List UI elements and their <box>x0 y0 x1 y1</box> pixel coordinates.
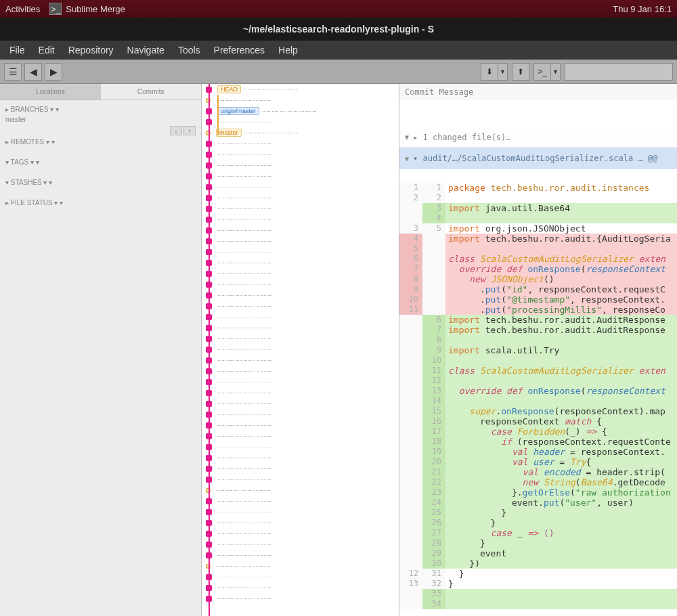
activities-label[interactable]: Activities <box>5 4 40 14</box>
commit-row[interactable]: ·· ··· ····· ··· · ··· ··· · ·· ···· ··· <box>202 171 399 181</box>
commit-row[interactable]: ·· ··· ····· ··· · ··· ··· · ·· ···· ··· <box>202 582 399 593</box>
diff-hunk-header[interactable]: ▼ ▾ audit/…/ScalaCustomAuditLogSerialize… <box>399 148 677 169</box>
menu-preferences[interactable]: Preferences <box>207 42 271 58</box>
menu-file[interactable]: File <box>3 42 32 58</box>
commit-row[interactable]: origin/master·· ··· ····· ··· · ··· ··· … <box>202 106 399 116</box>
commit-row[interactable]: ·· ··· ····· ··· · ··· ··· · ·· ···· ··· <box>202 420 399 431</box>
pull-button[interactable]: ⬇ ▼ <box>481 63 508 81</box>
code-line[interactable]: 5 <box>399 244 677 254</box>
commit-row[interactable]: ·· ··· ····· ··· · ··· ··· · ·· ···· ··· <box>202 387 399 398</box>
push-button[interactable]: ⬆ <box>512 63 529 81</box>
commit-row[interactable]: ·· ··· ····· ··· · ··· ··· · ·· ···· ··· <box>202 268 399 279</box>
commit-row[interactable]: ·· ··· ····· ··· · ··· ··· · ·· ···· ··· <box>202 192 399 203</box>
code-line[interactable]: 10 .put("@timestamp", responseContext. <box>399 294 677 305</box>
code-line[interactable]: 8 new JSONObject() <box>399 274 677 284</box>
sidebar-next-icon[interactable]: ↑ <box>183 126 196 135</box>
app-icon[interactable]: >_ <box>49 3 62 15</box>
code-line[interactable]: 21 val encoded = header.strip( <box>399 467 677 477</box>
code-line[interactable]: 12 <box>399 376 677 386</box>
commit-row[interactable]: ·· ··· ····· ··· · ··· ··· · ·· ···· ··· <box>202 333 399 344</box>
code-line[interactable]: 17 case Forbidden(_) => { <box>399 426 677 437</box>
commit-row[interactable]: ·· ··· ····· ··· · ··· ··· · ·· ···· ··· <box>202 301 399 311</box>
code-line[interactable]: 13 override def onResponse(responseConte… <box>399 386 677 396</box>
code-line[interactable]: 27 case _ => () <box>399 528 677 538</box>
sidebar-toggle-button[interactable]: ☰ <box>4 63 22 81</box>
sidebar-tags[interactable]: ▾ TAGS ▾ ▾ <box>3 157 198 167</box>
sidebar-stashes[interactable]: ▾ STASHES ▾ ▾ <box>3 177 198 188</box>
code-line[interactable]: 7import tech.beshu.ror.audit.AuditRespon… <box>399 325 677 335</box>
code-line[interactable]: 14 <box>399 396 677 406</box>
code-area[interactable]: 11package tech.beshu.ror.audit.instances… <box>399 183 677 609</box>
sidebar-tab-locations[interactable]: Locations <box>0 84 101 100</box>
code-line[interactable]: 7 override def onResponse(responseContex… <box>399 264 677 274</box>
commit-row[interactable]: ·· ··· ····· ··· · ··· ··· · ·· ···· ··· <box>202 160 399 171</box>
menu-tools[interactable]: Tools <box>171 42 207 58</box>
commit-row[interactable]: ·· ··· ····· ··· · ··· ··· · ·· ···· ··· <box>202 528 399 539</box>
code-line[interactable]: 1231 } <box>399 569 677 579</box>
code-line[interactable]: 19 val header = responseContext. <box>399 447 677 457</box>
commit-row[interactable]: ·· ··· ····· ··· · ··· ··· · ·· ···· ··· <box>202 463 399 474</box>
commit-row[interactable]: HEAD·· ··· ····· ··· · ··· ··· · ·· ····… <box>202 84 399 95</box>
sidebar-branch-master[interactable]: master <box>3 114 198 125</box>
commit-row[interactable]: ·· ··· ····· ··· · ··· ··· · ·· ···· ··· <box>202 290 399 301</box>
code-line[interactable]: 25 } <box>399 508 677 518</box>
nav-back-button[interactable]: ◀ <box>24 63 42 81</box>
code-line[interactable]: 6import tech.beshu.ror.audit.AuditRespon… <box>399 315 677 325</box>
code-line[interactable]: 1332} <box>399 579 677 589</box>
code-line[interactable]: 11 .put("processingMillis", responseCo <box>399 305 677 315</box>
search-input[interactable] <box>565 63 673 81</box>
commit-row[interactable]: ·· ··· ····· ··· · ··· ··· · ·· ···· ··· <box>202 322 399 333</box>
nav-forward-button[interactable]: ▶ <box>45 63 62 81</box>
commit-row[interactable]: ·· ··· ····· ··· · ··· ··· · ·· ···· ··· <box>202 571 399 582</box>
commit-row[interactable]: ·· ··· ····· ··· · ··· ··· · ·· ···· ··· <box>202 149 399 160</box>
menu-edit[interactable]: Edit <box>32 42 62 58</box>
stash-button[interactable]: >_ ▼ <box>533 63 561 81</box>
commit-row[interactable]: ·· ··· ····· ··· · ··· ··· · ·· ···· ··· <box>202 225 399 236</box>
code-line[interactable]: 34 <box>399 599 677 609</box>
commit-row[interactable]: ·· ··· ····· ··· · ··· ··· · ·· ···· ··· <box>202 366 399 376</box>
commit-row[interactable]: ·· ··· ····· ··· · ··· ··· · ·· ···· ··· <box>202 376 399 387</box>
commit-row[interactable]: ·· ··· ····· ··· · ··· ··· · ·· ···· ··· <box>202 496 399 506</box>
commit-graph[interactable]: HEAD·· ··· ····· ··· · ··· ··· · ·· ····… <box>202 84 399 616</box>
commit-row[interactable]: ·· ··· ····· ··· · ··· ··· · ·· ···· ··· <box>202 485 399 496</box>
commit-row[interactable]: ·· ··· ····· ··· · ··· ··· · ·· ···· ··· <box>202 344 399 355</box>
code-line[interactable]: 16 responseContext match { <box>399 416 677 426</box>
diff-files-section[interactable]: ▼ ▸ 1 changed file(s)… <box>399 127 677 148</box>
code-line[interactable]: 26 } <box>399 518 677 528</box>
commit-row[interactable]: ·· ··· ····· ··· · ··· ··· · ·· ···· ··· <box>202 246 399 257</box>
sidebar-prev-icon[interactable]: ↓ <box>170 126 182 135</box>
sidebar-filestatus[interactable]: ▸ FILE STATUS ▾ ▾ <box>3 198 198 208</box>
commit-row[interactable]: ·· ··· ····· ··· · ··· ··· · ·· ···· ··· <box>202 593 399 604</box>
commit-row[interactable]: ·· ··· ····· ··· · ··· ··· · ·· ···· ··· <box>202 236 399 246</box>
commit-row[interactable]: ·· ··· ····· ··· · ··· ··· · ·· ···· ··· <box>202 539 399 550</box>
commit-row[interactable]: ·· ··· ····· ··· · ··· ··· · ·· ···· ··· <box>202 560 399 571</box>
code-line[interactable]: 11class ScalaCustomAuditLogSerializer ex… <box>399 366 677 376</box>
code-line[interactable]: 33 <box>399 589 677 599</box>
code-line[interactable]: 23 }.getOrElse("raw authorization <box>399 487 677 498</box>
code-line[interactable]: 35import org.json.JSONObject <box>399 223 677 234</box>
stash-dropdown-icon[interactable]: ▼ <box>551 63 561 81</box>
commit-row[interactable]: ·· ··· ····· ··· · ··· ··· · ·· ···· ··· <box>202 214 399 225</box>
code-line[interactable]: 9import scala.util.Try <box>399 345 677 355</box>
code-line[interactable]: 22 new String(Base64.getDecode <box>399 477 677 487</box>
commit-row[interactable]: ·· ··· ····· ··· · ··· ··· · ·· ···· ··· <box>202 181 399 192</box>
menu-repository[interactable]: Repository <box>62 42 121 58</box>
code-line[interactable]: 24 event.put("user", user) <box>399 498 677 508</box>
app-name[interactable]: Sublime Merge <box>66 4 125 14</box>
sidebar-tab-commits[interactable]: Commits <box>101 84 202 100</box>
commit-row[interactable]: master·· ··· ····· ··· · ··· ··· · ·· ··… <box>202 127 399 138</box>
code-line[interactable]: 22 <box>399 193 677 203</box>
commit-row[interactable]: ·· ··· ····· ··· · ··· ··· · ·· ···· ··· <box>202 517 399 528</box>
menu-help[interactable]: Help <box>271 42 305 58</box>
code-line[interactable]: 6class ScalaCustomAuditLogSerializer ext… <box>399 254 677 264</box>
commit-row[interactable]: ·· ··· ····· ··· · ··· ··· · ·· ···· ··· <box>202 138 399 149</box>
commit-row[interactable]: ·· ··· ····· ··· · ··· ··· · ·· ···· ··· <box>202 116 399 127</box>
code-line[interactable]: 3import java.util.Base64 <box>399 203 677 213</box>
code-line[interactable]: 29 event <box>399 548 677 558</box>
menu-navigate[interactable]: Navigate <box>121 42 171 58</box>
code-line[interactable]: 18 if (responseContext.requestConte <box>399 437 677 447</box>
commit-row[interactable]: ·· ··· ····· ··· · ··· ··· · ·· ···· ··· <box>202 431 399 441</box>
code-line[interactable]: 30 }) <box>399 558 677 569</box>
code-line[interactable]: 10 <box>399 355 677 366</box>
code-line[interactable]: 8 <box>399 335 677 345</box>
